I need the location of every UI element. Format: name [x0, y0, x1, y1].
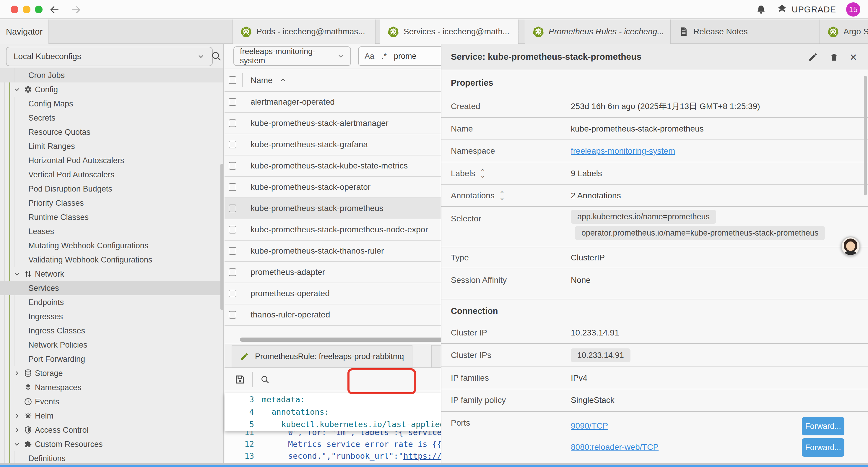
sidebar-item-access-control[interactable]: Access Control: [0, 423, 223, 437]
row-checkbox[interactable]: [229, 141, 236, 148]
helm-icon: [24, 411, 32, 420]
port-link-9090-tcp[interactable]: 9090/TCP: [571, 421, 608, 431]
sidebar-item-vertical-pod-autoscalers[interactable]: Vertical Pod Autoscalers: [0, 168, 223, 182]
row-checkbox[interactable]: [229, 311, 236, 319]
sidebar-search-icon[interactable]: [210, 50, 222, 62]
editor-search-icon[interactable]: [260, 375, 270, 384]
sidebar-item-label: Horizontal Pod Autoscalers: [28, 156, 124, 165]
kubeconfig-selector[interactable]: Local Kubeconfigs: [6, 47, 213, 66]
navigator-panel-tab[interactable]: Navigator: [0, 20, 49, 44]
forward-button-2[interactable]: Forward...: [802, 438, 844, 457]
sidebar-item-resource-quotas[interactable]: Resource Quotas: [0, 125, 223, 139]
sidebar-item-helm[interactable]: Helm: [0, 409, 223, 423]
sidebar-item-validating-webhook-configurations[interactable]: Validating Webhook Configurations: [0, 253, 223, 267]
row-checkbox[interactable]: [229, 268, 236, 276]
row-checkbox[interactable]: [229, 205, 236, 212]
port-link-8080-reloader-web-tcp[interactable]: 8080:reloader-web/TCP: [571, 442, 658, 452]
navigator-sidebar: Local Kubeconfigs Cron JobsConfigConfig …: [0, 44, 224, 467]
sidebar-item-config-maps[interactable]: Config Maps: [0, 97, 223, 111]
ports-label: Ports: [451, 418, 470, 428]
delete-icon[interactable]: [829, 52, 839, 62]
tab-close-icon[interactable]: ×: [517, 27, 519, 37]
bell-icon[interactable]: [756, 4, 766, 15]
kubernetes-icon: [533, 26, 544, 37]
sidebar-item-events[interactable]: Events: [0, 395, 223, 409]
row-checkbox[interactable]: [229, 226, 236, 233]
sidebar-item-pod-disruption-budgets[interactable]: Pod Disruption Budgets: [0, 182, 223, 196]
row-checkbox[interactable]: [229, 183, 236, 191]
tab-services-icecheng-math[interactable]: Services - icecheng@math...×: [380, 20, 519, 44]
match-case-toggle[interactable]: Aa: [365, 52, 374, 61]
sidebar-item-namespaces[interactable]: Namespaces: [0, 380, 223, 395]
annotations-expander-icon[interactable]: ⌃⌄: [499, 192, 505, 200]
sidebar-item-secrets[interactable]: Secrets: [0, 111, 223, 125]
sidebar-item-port-forwarding[interactable]: Port Forwarding: [0, 352, 223, 366]
notification-count-badge[interactable]: 15: [846, 2, 860, 17]
document-icon: [679, 27, 689, 37]
sidebar-item-priority-classes[interactable]: Priority Classes: [0, 196, 223, 210]
cluster-ips-label: Cluster IPs: [451, 351, 491, 360]
sidebar-item-leases[interactable]: Leases: [0, 224, 223, 238]
namespace-filter-dropdown[interactable]: freeleaps-monitoring-system: [234, 47, 351, 66]
select-all-checkbox[interactable]: [229, 76, 236, 84]
sidebar-item-ingresses[interactable]: Ingresses: [0, 310, 223, 324]
zoom-window-button[interactable]: [35, 6, 42, 13]
sidebar-item-runtime-classes[interactable]: Runtime Classes: [0, 210, 223, 224]
tab-strip: Navigator Pods - icecheng@mathmas... Ser…: [0, 20, 868, 44]
sidebar-item-endpoints[interactable]: Endpoints: [0, 295, 223, 310]
editor-tab-prometheusrule[interactable]: PrometheusRule: freeleaps-prod-rabbitmq: [231, 345, 412, 368]
tab-prometheus-rules-icecheng[interactable]: Prometheus Rules - icecheng...: [525, 20, 671, 44]
sidebar-item-limit-ranges[interactable]: Limit Ranges: [0, 139, 223, 153]
sidebar-item-label: Events: [35, 397, 59, 406]
labels-row: Labels ⌃⌄ 9 Labels: [441, 162, 868, 185]
chevron-right-icon[interactable]: [13, 412, 21, 420]
ip-family-policy-value: SingleStack: [571, 396, 615, 405]
sidebar-item-storage[interactable]: Storage: [0, 366, 223, 380]
minimize-window-button[interactable]: [23, 6, 30, 13]
sidebar-item-horizontal-pod-autoscalers[interactable]: Horizontal Pod Autoscalers: [0, 153, 223, 168]
sidebar-item-network-policies[interactable]: Network Policies: [0, 338, 223, 352]
chevron-right-icon[interactable]: [13, 370, 21, 377]
tab-argo-se[interactable]: Argo Se: [819, 20, 868, 44]
clock-icon: [24, 397, 32, 406]
annotation-highlight-box: [347, 368, 416, 394]
sidebar-item-cron-jobs[interactable]: Cron Jobs: [0, 68, 223, 83]
close-icon[interactable]: ×: [850, 52, 857, 62]
row-checkbox[interactable]: [229, 98, 236, 106]
chevron-down-icon[interactable]: [13, 270, 21, 278]
namespace-link[interactable]: freeleaps-monitoring-system: [571, 146, 675, 156]
tab-release-notes[interactable]: Release Notes: [671, 20, 819, 44]
row-checkbox[interactable]: [229, 247, 236, 255]
sidebar-item-services[interactable]: Services: [0, 281, 223, 295]
service-name: kube-prometheus-stack-prometheus-node-ex…: [251, 225, 428, 234]
sidebar-item-network[interactable]: Network: [0, 267, 223, 281]
back-arrow-icon[interactable]: [49, 4, 60, 16]
name-column-header[interactable]: Name: [251, 69, 287, 92]
updown-icon: [24, 269, 32, 279]
sidebar-item-ingress-classes[interactable]: Ingress Classes: [0, 324, 223, 338]
sidebar-scrollbar[interactable]: [220, 164, 223, 310]
labels-expander-icon[interactable]: ⌃⌄: [480, 170, 486, 177]
forward-arrow-icon[interactable]: [70, 4, 82, 16]
row-checkbox[interactable]: [229, 290, 236, 297]
chevron-down-icon[interactable]: [13, 86, 21, 93]
sidebar-item-custom-resources[interactable]: Custom Resources: [0, 437, 223, 451]
regex-toggle[interactable]: .*: [381, 52, 387, 61]
sidebar-item-label: Config: [35, 85, 58, 94]
edit-icon[interactable]: [808, 52, 818, 62]
panel-scrollbar[interactable]: [864, 76, 867, 195]
session-affinity-value: None: [571, 275, 591, 285]
close-window-button[interactable]: [11, 6, 18, 13]
forward-button-1[interactable]: Forward...: [802, 417, 844, 435]
sidebar-item-mutating-webhook-configurations[interactable]: Mutating Webhook Configurations: [0, 238, 223, 253]
sidebar-item-config[interactable]: Config: [0, 83, 223, 97]
user-avatar[interactable]: [841, 236, 860, 256]
chevron-right-icon[interactable]: [13, 426, 21, 434]
save-icon[interactable]: [235, 374, 245, 385]
cluster-ips-chip: 10.233.14.91: [571, 348, 630, 362]
upgrade-button[interactable]: UPGRADE: [776, 4, 836, 15]
row-checkbox[interactable]: [229, 162, 236, 170]
row-checkbox[interactable]: [229, 119, 236, 127]
tab-pods-icecheng-mathmas[interactable]: Pods - icecheng@mathmas...: [232, 20, 375, 44]
chevron-down-icon[interactable]: [13, 440, 21, 448]
